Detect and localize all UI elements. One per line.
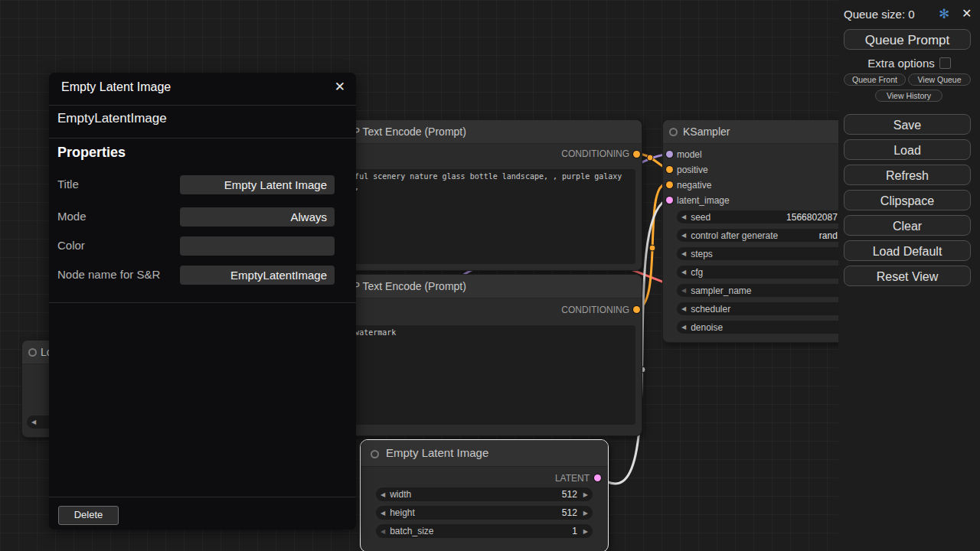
extra-options-checkbox[interactable] <box>939 57 951 69</box>
batch-size-widget[interactable]: ◀ batch_size 1 ▶ <box>376 524 593 538</box>
collapse-dot-icon[interactable] <box>28 348 37 357</box>
widget-value: 1 <box>572 526 577 536</box>
left-arrow-icon[interactable]: ◀ <box>27 419 41 425</box>
left-arrow-icon[interactable]: ◀ <box>677 287 691 294</box>
snr-field[interactable]: EmptyLatentImage <box>180 266 335 285</box>
view-history-button[interactable]: View History <box>875 90 942 102</box>
left-arrow-icon[interactable]: ◀ <box>677 324 691 331</box>
positive-input-label: positive <box>677 162 708 178</box>
property-label: Color <box>57 239 85 252</box>
divider <box>49 497 356 497</box>
left-arrow-icon[interactable]: ◀ <box>677 214 691 220</box>
left-arrow-icon[interactable]: ◀ <box>376 510 390 517</box>
clip-negative-header[interactable]: CLIP Text Encode (Prompt) <box>316 275 642 298</box>
left-arrow-icon[interactable]: ◀ <box>677 305 691 312</box>
clear-button[interactable]: Clear <box>844 215 971 236</box>
widget-label: batch_size <box>390 526 433 536</box>
settings-gear-icon[interactable]: ✻ <box>939 6 949 22</box>
negative-input-port[interactable] <box>666 181 673 188</box>
empty-latent-image-node[interactable]: Empty Latent Image LATENT ◀ width 512 ▶ … <box>360 439 609 551</box>
clipspace-button[interactable]: Clipspace <box>844 190 971 210</box>
positive-prompt-textarea[interactable]: beautiful scenery nature glass bottle la… <box>322 169 635 264</box>
latent-output-label: LATENT <box>555 471 590 486</box>
divider <box>49 138 356 139</box>
property-row-snr: Node name for S&R EmptyLatentImage <box>57 266 335 285</box>
widget-label: control after generate <box>691 230 778 241</box>
widget-label: denoise <box>691 322 723 333</box>
divider <box>49 302 356 303</box>
node-graph-canvas[interactable]: Load Checkpoint ◀ CLIP Text Encode (Prom… <box>0 0 980 551</box>
widget-label: sampler_name <box>691 285 751 296</box>
load-button[interactable]: Load <box>844 139 971 160</box>
widget-label: width <box>390 489 411 500</box>
empty-latent-header[interactable]: Empty Latent Image <box>361 440 608 467</box>
wire-midpoint-dot <box>649 245 655 251</box>
latent-image-input-port[interactable] <box>666 197 673 204</box>
title-field[interactable]: Empty Latent Image <box>180 175 335 194</box>
queue-prompt-button[interactable]: Queue Prompt <box>844 29 971 50</box>
model-input-port[interactable] <box>666 151 673 158</box>
clip-text-encode-negative-node[interactable]: CLIP Text Encode (Prompt) CONDITIONING t… <box>315 274 642 436</box>
latent-image-input-label: latent_image <box>677 193 730 208</box>
divider <box>49 105 356 106</box>
load-default-button[interactable]: Load Default <box>844 240 971 261</box>
property-row-color: Color <box>57 236 335 256</box>
load-checkpoint-header[interactable]: Load Checkpoint <box>22 341 53 364</box>
extra-options-row: Extra options <box>838 57 980 70</box>
property-label: Mode <box>57 210 87 223</box>
node-title: KSampler <box>683 126 730 138</box>
width-widget[interactable]: ◀ width 512 ▶ <box>376 487 593 501</box>
node-title: Empty Latent Image <box>386 446 488 459</box>
close-icon[interactable]: ✕ <box>962 6 972 21</box>
view-queue-button[interactable]: View Queue <box>908 73 971 86</box>
height-widget[interactable]: ◀ height 512 ▶ <box>376 506 593 520</box>
widget-label: seed <box>691 212 710 223</box>
extra-options-label: Extra options <box>867 57 935 70</box>
comfy-menu: Queue size: 0 ✻ ✕ Queue Prompt Extra opt… <box>838 0 980 551</box>
color-field[interactable] <box>180 236 335 256</box>
model-input-label: model <box>677 147 702 162</box>
conditioning-output-port[interactable] <box>633 151 640 158</box>
save-button[interactable]: Save <box>844 114 971 135</box>
node-class-name: EmptyLatentImage <box>57 111 167 126</box>
widget-label: scheduler <box>691 304 730 315</box>
clip-text-encode-positive-node[interactable]: CLIP Text Encode (Prompt) CONDITIONING b… <box>315 119 642 271</box>
right-arrow-icon[interactable]: ▶ <box>579 491 593 498</box>
left-arrow-icon[interactable]: ◀ <box>677 232 691 239</box>
widget-value: 512 <box>562 489 577 500</box>
conditioning-output-label: CONDITIONING <box>561 302 629 318</box>
queue-front-button[interactable]: Queue Front <box>844 73 906 86</box>
properties-section-title: Properties <box>57 145 126 161</box>
left-arrow-icon[interactable]: ◀ <box>376 528 390 535</box>
collapse-dot-icon[interactable] <box>371 450 379 458</box>
widget-label: height <box>390 507 415 518</box>
clip-positive-header[interactable]: CLIP Text Encode (Prompt) <box>316 120 642 144</box>
latent-output-port[interactable] <box>594 474 601 481</box>
positive-input-port[interactable] <box>666 166 673 173</box>
conditioning-output-label: CONDITIONING <box>561 146 629 161</box>
left-arrow-icon[interactable]: ◀ <box>376 491 390 498</box>
negative-prompt-textarea[interactable]: text, watermark <box>322 325 635 425</box>
property-label: Node name for S&R <box>57 268 160 281</box>
mode-field[interactable]: Always <box>180 207 335 227</box>
delete-button[interactable]: Delete <box>58 506 119 525</box>
right-arrow-icon[interactable]: ▶ <box>579 528 593 535</box>
widget-value: rand <box>819 230 838 241</box>
left-arrow-icon[interactable]: ◀ <box>677 250 691 257</box>
widget-value: 512 <box>562 507 577 518</box>
left-arrow-icon[interactable]: ◀ <box>677 269 691 276</box>
property-label: Title <box>57 178 79 191</box>
negative-input-label: negative <box>677 178 711 193</box>
property-row-mode: Mode Always <box>57 207 335 227</box>
widget-value: 1566802087 <box>786 212 838 223</box>
close-icon[interactable]: ✕ <box>335 79 345 95</box>
widget-label: steps <box>691 249 713 259</box>
panel-title: Empty Latent Image <box>61 80 171 94</box>
refresh-button[interactable]: Refresh <box>844 165 971 185</box>
conditioning-output-port[interactable] <box>633 306 640 313</box>
queue-size-label: Queue size: 0 <box>844 8 915 21</box>
reset-view-button[interactable]: Reset View <box>844 266 971 286</box>
widget-label: cfg <box>691 267 703 278</box>
right-arrow-icon[interactable]: ▶ <box>579 510 593 517</box>
collapse-dot-icon[interactable] <box>669 128 678 136</box>
